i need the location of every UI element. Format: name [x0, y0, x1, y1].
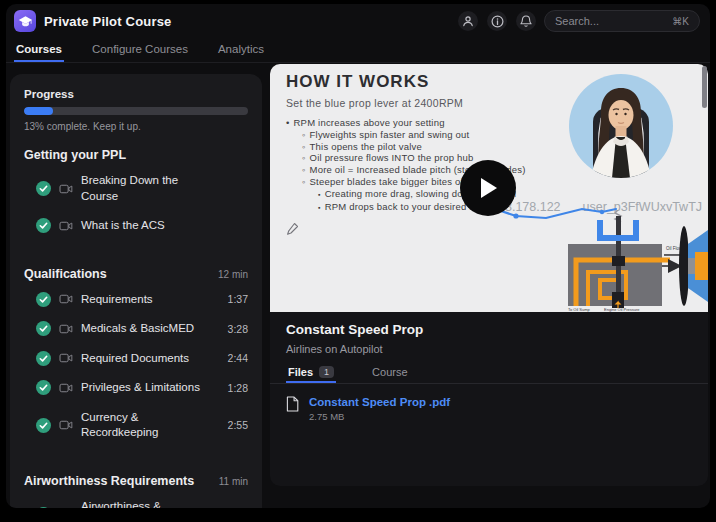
document-icon [286, 396, 299, 412]
svg-text:Engine Oil Pressure: Engine Oil Pressure [604, 307, 640, 312]
lesson-label: Medicals & BasicMED [81, 321, 210, 337]
lesson-duration: 2:55 [218, 419, 248, 431]
section-title: Airworthiness Requirements [24, 474, 194, 488]
lesson-duration: 3:28 [218, 323, 248, 335]
file-size: 2.75 MB [309, 411, 450, 422]
scrollbar-thumb[interactable] [702, 66, 707, 108]
file-link[interactable]: Constant Speed Prop .pdf [309, 396, 450, 408]
tab-course-label: Course [372, 366, 407, 378]
slide-title: HOW IT WORKS [286, 72, 429, 92]
check-icon [36, 380, 51, 395]
lesson-label: Currency & Recordkeeping [81, 410, 210, 441]
lesson-duration: 1:28 [218, 382, 248, 394]
lesson-panel: HOW IT WORKS Set the blue prop lever at … [270, 64, 708, 486]
lesson-label: Requirements [81, 292, 210, 308]
slide-bullet: Creating more drag, slowing down the RPM [286, 188, 576, 201]
check-icon [36, 181, 51, 196]
video-icon [59, 184, 73, 194]
video-icon [59, 420, 73, 430]
app-logo [14, 10, 36, 32]
section-duration: 11 min [219, 476, 248, 487]
video-icon [59, 221, 73, 231]
check-icon [36, 507, 51, 508]
video-icon [59, 383, 73, 393]
section-duration: 12 min [218, 269, 248, 280]
progress-bar [24, 107, 248, 115]
tab-files[interactable]: Files 1 [286, 362, 336, 383]
bell-icon [520, 15, 532, 28]
slide-bullet: RPM increases above your setting [286, 117, 576, 129]
lesson-item[interactable]: Airworthiness & Category/Class/Type 1:44 [24, 492, 248, 508]
lesson-label: Breaking Down the Course [81, 173, 210, 204]
progress-fill [24, 107, 53, 115]
pencil-icon [287, 222, 299, 236]
presenter-webcam [569, 74, 673, 178]
slide-bullet: Oil pressure flows INTO the prop hub [286, 152, 576, 164]
lesson-label: Privileges & Limitations [81, 380, 210, 396]
slide-bullets: RPM increases above your setting Flyweig… [286, 117, 576, 213]
app-window: Private Pilot Course Search... ⌘K [6, 4, 710, 508]
lesson-tabbar: Files 1 Course [270, 362, 708, 384]
check-icon [36, 292, 51, 307]
play-button[interactable] [460, 160, 516, 216]
lesson-label: What is the ACS [81, 218, 210, 234]
lesson-item[interactable]: Currency & Recordkeeping 2:55 [24, 403, 248, 448]
page-title: Private Pilot Course [44, 14, 172, 29]
profile-button[interactable] [458, 11, 478, 31]
section-title: Getting your PPL [24, 148, 126, 162]
tab-configure-courses[interactable]: Configure Courses [90, 38, 190, 62]
lesson-item[interactable]: Requirements 1:37 [24, 285, 248, 315]
lesson-label: Required Documents [81, 351, 210, 367]
search-placeholder: Search... [555, 15, 672, 27]
info-icon [491, 15, 504, 28]
search-shortcut: ⌘K [672, 16, 689, 27]
graduation-cap-icon [18, 15, 33, 28]
slide-bullet: More oil = Increased blade pitch (steepe… [286, 164, 576, 176]
lesson-subtitle: Airlines on Autopilot [286, 343, 383, 355]
lesson-item[interactable]: Medicals & BasicMED 3:28 [24, 314, 248, 344]
check-icon [36, 418, 51, 433]
video-icon [59, 294, 73, 304]
tab-files-label: Files [288, 366, 313, 378]
tab-course[interactable]: Course [370, 362, 409, 383]
lesson-item[interactable]: Breaking Down the Course [24, 166, 248, 211]
video-icon [59, 324, 73, 334]
lesson-item[interactable]: What is the ACS [24, 211, 248, 241]
video-player[interactable]: HOW IT WORKS Set the blue prop lever at … [270, 64, 708, 312]
search-input[interactable]: Search... ⌘K [544, 10, 700, 32]
lesson-item[interactable]: Privileges & Limitations 1:28 [24, 373, 248, 403]
slide-subtitle: Set the blue prop lever at 2400RPM [286, 97, 463, 109]
tab-analytics[interactable]: Analytics [216, 38, 266, 62]
slide-bullet: Steeper blades take bigger bites of air [286, 176, 576, 188]
lesson-duration: 1:37 [218, 293, 248, 305]
tab-courses[interactable]: Courses [14, 38, 64, 62]
check-icon [36, 321, 51, 336]
play-icon [478, 177, 498, 199]
files-count-badge: 1 [319, 366, 334, 378]
file-item[interactable]: Constant Speed Prop .pdf 2.75 MB [286, 396, 450, 422]
lesson-duration: 2:44 [218, 352, 248, 364]
progress-caption: 13% complete. Keep it up. [24, 121, 248, 132]
prop-governor-diagram: Oil Flow To Oil Sump Engine Oil Pressure [530, 210, 708, 312]
top-tabbar: Courses Configure Courses Analytics [6, 38, 710, 63]
slide-bullet: Flyweights spin faster and swing out [286, 129, 576, 141]
header: Private Pilot Course Search... ⌘K [6, 4, 710, 38]
lesson-label: Airworthiness & Category/Class/Type [81, 499, 210, 508]
check-icon [36, 351, 51, 366]
slide-bullet: This opens the pilot valve [286, 141, 576, 153]
video-icon [59, 353, 73, 363]
lesson-title: Constant Speed Prop [286, 322, 423, 337]
user-icon [462, 15, 474, 27]
check-icon [36, 218, 51, 233]
notifications-button[interactable] [516, 11, 536, 31]
info-button[interactable] [487, 11, 507, 31]
presenter-avatar [569, 74, 673, 178]
lesson-item[interactable]: Required Documents 2:44 [24, 344, 248, 374]
svg-text:To Oil Sump: To Oil Sump [568, 307, 591, 312]
course-sidebar: Progress 13% complete. Keep it up. Getti… [10, 74, 262, 508]
section-title: Qualifications [24, 267, 107, 281]
progress-label: Progress [24, 88, 248, 100]
